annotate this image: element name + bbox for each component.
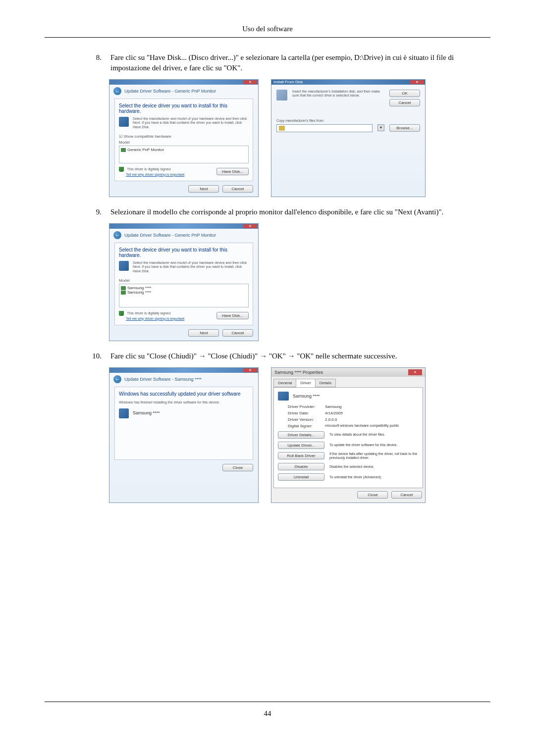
dialog-title: Install From Disk bbox=[271, 80, 303, 84]
date-field: Driver Date: 4/14/2005 bbox=[288, 411, 419, 415]
monitor-icon bbox=[119, 408, 129, 418]
divider bbox=[45, 37, 490, 38]
device-row: Samsung **** bbox=[119, 408, 249, 418]
close-icon[interactable]: ✕ bbox=[410, 80, 424, 84]
version-field: Driver Version: 2.0.0.0 bbox=[288, 417, 419, 422]
tab-details[interactable]: Details bbox=[315, 379, 336, 387]
signing-link[interactable]: Tell me why driver signing is important bbox=[126, 317, 184, 320]
step-text: Fare clic su "Close (Chiudi)" → "Close (… bbox=[110, 351, 490, 361]
browse-button[interactable]: Browse... bbox=[389, 124, 420, 132]
list-label: Model bbox=[119, 278, 249, 283]
disk-icon bbox=[119, 261, 129, 271]
tab-driver[interactable]: Driver bbox=[296, 379, 315, 387]
have-disk-button[interactable]: Have Disk... bbox=[216, 312, 249, 319]
cancel-button[interactable]: Cancel bbox=[222, 329, 253, 337]
update-driver-button[interactable]: Update Driver... bbox=[278, 442, 324, 449]
next-button[interactable]: Next bbox=[188, 329, 219, 337]
window-title: Update Driver Software - Generic PnP Mon… bbox=[124, 89, 216, 94]
success-dialog: ✕ ← Update Driver Software - Samsung ***… bbox=[109, 367, 259, 504]
tab-general[interactable]: General bbox=[273, 379, 296, 387]
checkbox-label: Show compatible hardware bbox=[123, 134, 171, 139]
field-label: Driver Date: bbox=[288, 411, 325, 415]
info-row: Select the manufacturer and model of you… bbox=[119, 261, 249, 273]
bottom-section: Copy manufacturer's files from: ▼ Browse… bbox=[276, 119, 420, 132]
rollback-button[interactable]: Roll Back Driver bbox=[278, 452, 324, 459]
dropdown-arrow-icon[interactable]: ▼ bbox=[377, 124, 384, 131]
close-icon[interactable]: ✕ bbox=[243, 224, 257, 228]
list-item[interactable]: Generic PnP Monitor bbox=[121, 148, 247, 152]
content-panel: Select the device driver you want to ins… bbox=[114, 243, 253, 325]
uninstall-button[interactable]: Uninstall bbox=[278, 473, 324, 481]
install-text: Insert the manufacturer's installation d… bbox=[292, 90, 384, 98]
window-title: Update Driver Software - Generic PnP Mon… bbox=[124, 233, 216, 238]
step-10: 10. Fare clic su "Close (Chiudi)" → "Clo… bbox=[84, 351, 490, 361]
signer-field: Digital Signer: microsoft windows hardwa… bbox=[288, 424, 419, 428]
cancel-button[interactable]: Cancel bbox=[389, 99, 420, 106]
have-disk-button[interactable]: Have Disk... bbox=[216, 168, 249, 175]
field-label: Driver Provider: bbox=[288, 404, 325, 409]
back-arrow-icon[interactable]: ← bbox=[113, 231, 121, 239]
back-arrow-icon[interactable]: ← bbox=[113, 87, 121, 95]
list-item[interactable]: Samsung **** bbox=[121, 286, 247, 290]
disable-button[interactable]: Disable bbox=[278, 463, 324, 470]
dialog-heading: Select the device driver you want to ins… bbox=[119, 103, 249, 114]
tab-bar: General Driver Details bbox=[271, 377, 425, 387]
breadcrumb-row: ← Update Driver Software - Generic PnP M… bbox=[109, 229, 258, 241]
divider bbox=[45, 702, 490, 702]
signed-text: This driver is digitally signed. bbox=[127, 311, 171, 315]
shield-icon bbox=[119, 167, 124, 172]
install-from-disk-dialog: Install From Disk ✕ Insert the manufactu… bbox=[271, 79, 426, 197]
device-name: Samsung **** bbox=[278, 392, 419, 399]
show-compatible-checkbox[interactable]: ☑ Show compatible hardware bbox=[119, 134, 249, 139]
close-icon[interactable]: ✕ bbox=[243, 80, 257, 84]
info-row: Select the manufacturer and model of you… bbox=[119, 117, 249, 129]
breadcrumb-row: ← Update Driver Software - Samsung **** bbox=[109, 373, 258, 385]
field-value: Samsung bbox=[325, 404, 342, 409]
model-list[interactable]: Generic PnP Monitor bbox=[119, 146, 249, 163]
action-row: Update Driver... To update the driver so… bbox=[278, 442, 419, 449]
action-row: Roll Back Driver If the device fails aft… bbox=[278, 452, 419, 460]
tab-content: Samsung **** Driver Provider: Samsung Dr… bbox=[273, 387, 423, 489]
cancel-button[interactable]: Cancel bbox=[391, 491, 422, 499]
close-button[interactable]: Close bbox=[222, 464, 253, 471]
title-bar: ✕ bbox=[109, 80, 258, 85]
field-value: microsoft windows hardware compatibility… bbox=[325, 424, 399, 428]
screenshot-row-10: ✕ ← Update Driver Software - Samsung ***… bbox=[109, 367, 490, 504]
monitor-icon bbox=[121, 148, 126, 152]
window-title: Update Driver Software - Samsung **** bbox=[124, 377, 202, 382]
step-number: 8. bbox=[84, 52, 110, 73]
title-bar: Samsung **** Properties ✕ bbox=[271, 368, 425, 377]
dialog-body: Insert the manufacturer's installation d… bbox=[271, 85, 425, 137]
title-bar: ✕ bbox=[109, 368, 258, 373]
folder-icon bbox=[279, 126, 285, 131]
close-button[interactable]: Close bbox=[357, 491, 388, 499]
back-arrow-icon[interactable]: ← bbox=[113, 375, 121, 383]
field-label: Digital Signer: bbox=[288, 424, 325, 428]
list-label: Model bbox=[119, 140, 249, 145]
content-panel: Select the device driver you want to ins… bbox=[114, 99, 253, 181]
action-description: To uninstall the driver (Advanced). bbox=[329, 475, 382, 479]
next-button[interactable]: Next bbox=[188, 185, 219, 193]
breadcrumb-row: ← Update Driver Software - Generic PnP M… bbox=[109, 85, 258, 97]
button-row: Close bbox=[109, 464, 253, 471]
close-icon[interactable]: ✕ bbox=[408, 369, 422, 375]
dialog-heading: Select the device driver you want to ins… bbox=[119, 247, 249, 258]
floppy-icon bbox=[276, 90, 287, 101]
button-row: Close Cancel bbox=[271, 491, 422, 499]
signing-link[interactable]: Tell me why driver signing is important bbox=[126, 173, 184, 176]
success-subtext: Windows has finished installing the driv… bbox=[119, 401, 249, 404]
top-section: Insert the manufacturer's installation d… bbox=[276, 90, 420, 106]
list-item[interactable]: Samsung **** bbox=[121, 290, 247, 295]
title-bar: Install From Disk ✕ bbox=[271, 80, 425, 85]
path-input[interactable] bbox=[276, 124, 373, 132]
cancel-button[interactable]: Cancel bbox=[222, 185, 253, 193]
model-list[interactable]: Samsung **** Samsung **** bbox=[119, 284, 249, 307]
action-description: To update the driver software for this d… bbox=[329, 443, 397, 447]
ok-button[interactable]: OK bbox=[389, 90, 420, 97]
driver-details-button[interactable]: Driver Details... bbox=[278, 431, 324, 439]
close-icon[interactable]: ✕ bbox=[243, 368, 257, 372]
monitor-icon bbox=[121, 286, 126, 290]
button-row: Next Cancel bbox=[109, 185, 253, 193]
screenshot-row-8: ✕ ← Update Driver Software - Generic PnP… bbox=[109, 79, 490, 197]
dialog-title: Samsung **** Properties bbox=[274, 370, 323, 375]
